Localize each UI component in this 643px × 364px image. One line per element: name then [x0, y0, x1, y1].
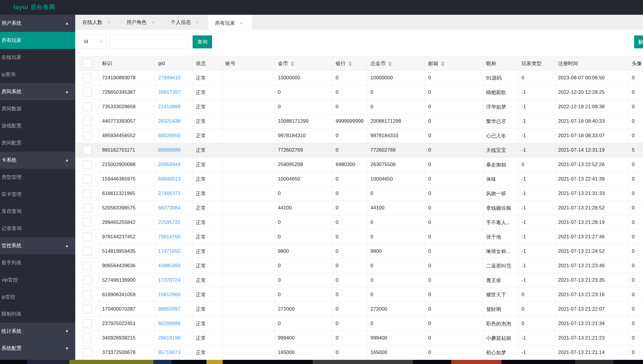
- row-checkbox[interactable]: [83, 261, 92, 270]
- gid-link[interactable]: 15812960: [155, 288, 193, 302]
- gid-link[interactable]: 17471650: [155, 244, 193, 259]
- tab-1[interactable]: 用户角色×: [119, 15, 164, 29]
- sidebar-item[interactable]: ip管控: [0, 288, 75, 306]
- close-icon[interactable]: ×: [151, 19, 155, 25]
- gid-link[interactable]: 68273084: [155, 201, 193, 215]
- sidebar-item[interactable]: 限制列表: [0, 306, 75, 323]
- row-checkbox[interactable]: [83, 102, 92, 111]
- sidebar-item[interactable]: vip管控: [0, 271, 75, 288]
- sidebar-group-header[interactable]: 用户系统▲: [0, 15, 75, 32]
- sidebar-item[interactable]: ip查询: [0, 66, 75, 83]
- row-checkbox[interactable]: [83, 305, 92, 314]
- gid-link[interactable]: 88888886: [155, 143, 193, 158]
- close-icon[interactable]: ×: [240, 20, 243, 26]
- cell: -1: [519, 201, 555, 215]
- row-checkbox[interactable]: [83, 319, 92, 328]
- row-checkbox[interactable]: [83, 160, 92, 169]
- sort-icon[interactable]: [348, 61, 352, 66]
- gid-link[interactable]: 22595732: [155, 215, 193, 230]
- row-checkbox[interactable]: [83, 232, 92, 241]
- gid-link[interactable]: 43985493: [155, 259, 193, 273]
- sidebar-item[interactable]: 记录查询: [0, 220, 75, 237]
- column-header-label: 总金币: [370, 61, 386, 66]
- gid-link[interactable]: 96855097: [155, 302, 193, 317]
- sidebar-item[interactable]: 在线玩家: [0, 49, 75, 66]
- sort-icon[interactable]: [388, 61, 392, 66]
- row-checkbox[interactable]: [83, 247, 92, 256]
- row-checkbox[interactable]: [83, 88, 92, 97]
- cell: 0: [425, 201, 483, 215]
- row-checkbox[interactable]: [83, 334, 92, 342]
- close-icon[interactable]: ×: [196, 19, 199, 25]
- checkbox-cell: [76, 114, 99, 129]
- cell: 0: [425, 331, 483, 345]
- sidebar-item[interactable]: 游戏配置: [0, 117, 75, 135]
- tab-0[interactable]: 在线人数×: [75, 15, 119, 29]
- gid-link[interactable]: 26917397: [155, 85, 193, 100]
- cell: -1: [519, 244, 555, 259]
- gid-link[interactable]: 60299889: [155, 317, 193, 331]
- gid-link[interactable]: 60028950: [155, 129, 193, 143]
- row-checkbox[interactable]: [83, 117, 92, 126]
- tab-2[interactable]: 个人信息×: [164, 15, 208, 29]
- query-button[interactable]: 查询: [193, 35, 212, 48]
- sidebar-group-header[interactable]: 房间系统▲: [0, 83, 75, 100]
- gid-link[interactable]: 59846513: [155, 172, 193, 186]
- search-field-select[interactable]: id ▼: [80, 35, 106, 49]
- cell: [222, 302, 275, 317]
- sidebar-item[interactable]: 库存查询: [0, 203, 75, 220]
- sidebar-item[interactable]: 房间数据: [0, 100, 75, 117]
- sidebar-item[interactable]: 房间配置: [0, 135, 75, 152]
- row-checkbox[interactable]: [83, 218, 92, 227]
- row-checkbox[interactable]: [83, 189, 92, 198]
- cell: 485934456552: [99, 129, 155, 143]
- sidebar-group-label: 房间系统: [1, 89, 22, 94]
- sidebar-group-header[interactable]: 管控系统▲: [0, 237, 75, 254]
- cell: 正常: [193, 201, 222, 215]
- cell: 0: [333, 85, 368, 100]
- unban-button[interactable]: 解: [634, 35, 643, 48]
- gid-link[interactable]: 28325438: [155, 114, 193, 129]
- sidebar-group-header[interactable]: 卡系统▲: [0, 152, 75, 169]
- gid-link[interactable]: 95718473: [155, 345, 193, 360]
- row-checkbox[interactable]: [83, 175, 92, 183]
- cell: 正常: [193, 114, 222, 129]
- column-header: 金币: [275, 56, 333, 71]
- gid-link[interactable]: 21410888: [155, 100, 193, 114]
- sidebar-group-header[interactable]: 统计系统▼: [0, 323, 75, 340]
- cell: 正常: [193, 143, 222, 158]
- select-all-checkbox[interactable]: [83, 59, 92, 68]
- cell: -1: [519, 273, 555, 288]
- close-icon[interactable]: ×: [107, 19, 110, 25]
- row-checkbox[interactable]: [83, 73, 92, 82]
- row-checkbox[interactable]: [83, 290, 92, 299]
- tab-3[interactable]: 所有玩家×: [208, 15, 252, 31]
- gid-link[interactable]: 17370724: [155, 273, 193, 288]
- sidebar-item[interactable]: 类型管理: [0, 169, 75, 186]
- gid-link[interactable]: 79814760: [155, 230, 193, 244]
- cell: 0: [368, 259, 425, 273]
- row-checkbox[interactable]: [83, 204, 92, 212]
- sidebar-item[interactable]: 实卡管理: [0, 186, 75, 203]
- cell: 小蘑菇姑娘: [483, 331, 519, 345]
- gid-link[interactable]: 28619196: [155, 331, 193, 345]
- row-checkbox[interactable]: [83, 276, 92, 285]
- row-checkbox[interactable]: [83, 131, 92, 140]
- row-checkbox[interactable]: [83, 348, 92, 357]
- sort-icon[interactable]: [441, 61, 444, 66]
- sidebar-item[interactable]: 所有玩家: [0, 32, 75, 49]
- sidebar-item[interactable]: 新手列表: [0, 254, 75, 271]
- search-input[interactable]: [109, 35, 188, 49]
- gid-link[interactable]: 27466373: [155, 186, 193, 201]
- app-logo[interactable]: layui 后台布局: [14, 0, 55, 14]
- table-row: 72665034538726917397正常0000晴栀菀歌-12022-12-…: [76, 85, 643, 100]
- cell: 865162701171: [99, 143, 155, 158]
- gid-link[interactable]: 27999410: [155, 71, 193, 85]
- gid-link[interactable]: 20959944: [155, 158, 193, 172]
- sidebar-group-header[interactable]: 系统配置▼: [0, 340, 75, 357]
- row-checkbox[interactable]: [83, 146, 92, 155]
- checkbox-cell: [76, 100, 99, 114]
- cell: 10004650: [368, 172, 425, 186]
- sort-icon[interactable]: [291, 61, 294, 66]
- cell: 527496136900: [99, 273, 155, 288]
